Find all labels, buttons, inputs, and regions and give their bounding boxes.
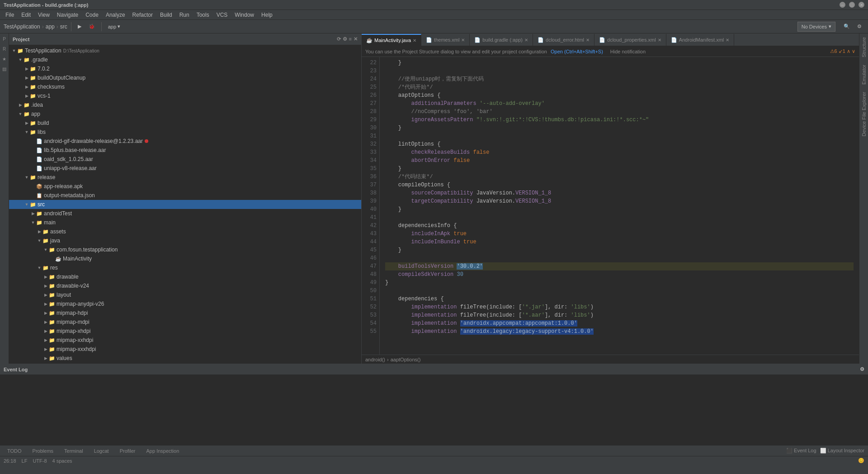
tree-mipmap-anydpi[interactable]: ▶ 📁 mipmap-anydpi-v26: [9, 299, 361, 308]
tree-drawable-v24[interactable]: ▶ 📁 drawable-v24: [9, 281, 361, 290]
tree-buildoutput[interactable]: ▶ 📁 buildOutputCleanup: [9, 73, 361, 82]
tree-vcs1[interactable]: ▶ 📁 vcs-1: [9, 91, 361, 100]
tree-gradle-folder[interactable]: ▼ 📁 .gradle: [9, 55, 361, 64]
tree-res[interactable]: ▼ 📁 res: [9, 263, 361, 272]
tab-problems[interactable]: Problems: [29, 447, 57, 455]
app-config-dropdown[interactable]: app ▾: [105, 22, 123, 32]
tree-mipmap-xhdpi[interactable]: ▶ 📁 mipmap-xhdpi: [9, 327, 361, 336]
code-editor[interactable]: 22 23 24 25 26 27 28 29 30 31 32 33 34 3…: [362, 57, 859, 355]
tree-mipmap-mdpi[interactable]: ▶ 📁 mipmap-mdpi: [9, 318, 361, 327]
collapse-icon[interactable]: ≡: [349, 36, 352, 42]
build-variants-icon[interactable]: ▤: [1, 65, 8, 72]
menu-refactor[interactable]: Refactor: [129, 11, 156, 19]
tree-mipmap-xxhdpi[interactable]: ▶ 📁 mipmap-xxhdpi: [9, 336, 361, 345]
breadcrumb-src[interactable]: src: [60, 24, 67, 30]
tree-metadata[interactable]: ▶ 📋 output-metadata.json: [9, 191, 361, 200]
tab-themes[interactable]: 📄 themes.xml ✕: [421, 34, 470, 46]
settings-button[interactable]: ⚙: [854, 22, 864, 32]
bottom-panel-settings[interactable]: ⚙: [860, 366, 864, 372]
tab-app-inspection[interactable]: App Inspection: [143, 447, 183, 455]
tab-dcloud-props-close[interactable]: ✕: [658, 38, 661, 43]
tab-themes-close[interactable]: ✕: [461, 38, 465, 43]
tree-mainactivity[interactable]: ▶ ☕ MainActivity: [9, 254, 361, 263]
close-button[interactable]: ✕: [859, 2, 864, 8]
hide-notification-link[interactable]: Hide notification: [610, 49, 646, 54]
tree-values[interactable]: ▶ 📁 values: [9, 354, 361, 363]
tab-dcloud-error-close[interactable]: ✕: [586, 38, 590, 43]
tree-apk[interactable]: ▶ 📦 app-release.apk: [9, 182, 361, 191]
code-content[interactable]: } //使用uniapp时，需复制下面代码 /*代码开始*/ aaptOptio…: [380, 57, 859, 355]
menu-navigate[interactable]: Navigate: [53, 11, 82, 19]
tree-lib5plus-aar[interactable]: ▶ 📄 lib.5plus.base-release.aar: [9, 146, 361, 155]
tab-buildgradle-close[interactable]: ✕: [524, 38, 528, 43]
tree-main[interactable]: ▼ 📁 main: [9, 218, 361, 227]
sync-icon[interactable]: ⟳: [337, 36, 341, 42]
debug-button[interactable]: 🐞: [86, 22, 98, 32]
menu-run[interactable]: Run: [176, 11, 193, 19]
tree-root[interactable]: ▼ 📁 TestApplication D:\TestApplication: [9, 46, 361, 55]
tree-mipmap-hdpi[interactable]: ▶ 📁 mipmap-hdpi: [9, 308, 361, 318]
tree-702[interactable]: ▶ 📁 7.0.2: [9, 64, 361, 73]
close-panel-icon[interactable]: ✕: [354, 36, 358, 42]
tree-checksums[interactable]: ▶ 📁 checksums: [9, 82, 361, 91]
breadcrumb-module[interactable]: app: [46, 24, 55, 30]
tree-uniapp-aar[interactable]: ▶ 📄 uniapp-v8-release.aar: [9, 164, 361, 173]
resource-manager-icon[interactable]: R: [1, 45, 8, 52]
event-log-link[interactable]: ⬛ Event Log: [786, 448, 816, 454]
tree-drawable[interactable]: ▶ 📁 drawable: [9, 272, 361, 281]
tree-gif-aar[interactable]: ▶ 📄 android-gif-drawable-release@1.2.23.…: [9, 137, 361, 146]
tab-dcloud-error[interactable]: 📄 dcloud_error.html ✕: [533, 34, 594, 46]
tab-buildgradle[interactable]: 📄 build.gradle (:app) ✕: [470, 34, 533, 46]
breadcrumb-app[interactable]: TestApplication: [4, 24, 40, 30]
breadcrumb-aapt[interactable]: aaptOptions(): [391, 357, 421, 362]
menu-code[interactable]: Code: [82, 11, 102, 19]
emulator-panel-tab[interactable]: Emulator: [861, 61, 867, 88]
tree-androidtest[interactable]: ▶ 📁 androidTest: [9, 209, 361, 218]
tab-logcat[interactable]: Logcat: [90, 447, 113, 455]
notification-text: You can use the Project Structure dialog…: [365, 49, 547, 54]
tab-mainactivity[interactable]: ☕ MainActivity.java ✕: [362, 34, 421, 46]
tab-close-icon[interactable]: ✕: [413, 38, 416, 43]
menu-file[interactable]: File: [2, 11, 18, 19]
device-file-explorer-tab[interactable]: Device File Explorer: [861, 88, 867, 140]
tab-terminal[interactable]: Terminal: [61, 447, 87, 455]
tab-dcloud-properties[interactable]: 📄 dcloud_properties.xml ✕: [594, 34, 666, 46]
menu-help[interactable]: Help: [258, 11, 276, 19]
structure-panel-tab[interactable]: Structure: [861, 33, 867, 61]
project-icon[interactable]: P: [1, 35, 8, 43]
menu-analyze[interactable]: Analyze: [102, 11, 129, 19]
gear-icon[interactable]: ⚙: [343, 36, 347, 42]
layout-inspector-link[interactable]: ⬜ Layout Inspector: [820, 448, 864, 454]
open-project-structure-link[interactable]: Open (Ctrl+Alt+Shift+S): [551, 49, 603, 54]
tree-release[interactable]: ▼ 📁 release: [9, 173, 361, 182]
tab-todo[interactable]: TODO: [4, 447, 25, 455]
menu-window[interactable]: Window: [231, 11, 258, 19]
menu-vcs[interactable]: VCS: [213, 11, 231, 19]
menu-view[interactable]: View: [34, 11, 53, 19]
breadcrumb-android[interactable]: android(): [365, 357, 385, 362]
menu-build[interactable]: Build: [156, 11, 176, 19]
tree-libs[interactable]: ▼ 📁 libs: [9, 128, 361, 137]
tree-mipmap-xxxhdpi[interactable]: ▶ 📁 mipmap-xxxhdpi: [9, 345, 361, 354]
maximize-button[interactable]: □: [849, 2, 855, 8]
tab-manifest-close[interactable]: ✕: [726, 38, 729, 43]
search-everywhere-button[interactable]: 🔍: [841, 22, 853, 32]
favorites-icon[interactable]: ★: [1, 55, 8, 62]
tree-idea[interactable]: ▶ 📁 .idea: [9, 100, 361, 109]
menu-edit[interactable]: Edit: [18, 11, 34, 19]
tab-profiler[interactable]: Profiler: [116, 447, 139, 455]
tree-layout[interactable]: ▶ 📁 layout: [9, 290, 361, 299]
tree-oaid-aar[interactable]: ▶ 📄 oaid_sdk_1.0.25.aar: [9, 155, 361, 164]
tree-package[interactable]: ▼ 📁 com.fosun.testapplication: [9, 245, 361, 254]
code-line-30: }: [385, 124, 854, 132]
tree-java[interactable]: ▼ 📁 java: [9, 236, 361, 245]
minimize-button[interactable]: ─: [840, 2, 845, 8]
menu-tools[interactable]: Tools: [193, 11, 213, 19]
tree-assets[interactable]: ▶ 📁 assets: [9, 227, 361, 236]
tree-build[interactable]: ▶ 📁 build: [9, 118, 361, 128]
run-button[interactable]: ▶: [75, 22, 84, 32]
no-devices-dropdown[interactable]: No Devices ▾: [797, 22, 835, 32]
tab-androidmanifest[interactable]: 📄 AndroidManifest.xml ✕: [666, 34, 735, 46]
tree-src[interactable]: ▼ 📁 src: [9, 200, 361, 209]
tree-app[interactable]: ▼ 📁 app: [9, 109, 361, 118]
